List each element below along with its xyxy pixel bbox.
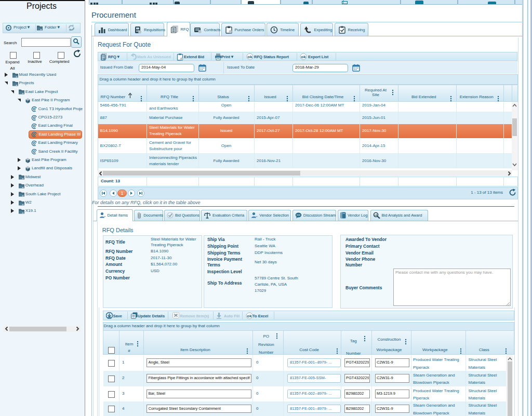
svg-text:ok: ok xyxy=(247,55,252,59)
svg-text:ok: ok xyxy=(301,55,307,59)
svg-text:ok: ok xyxy=(374,213,378,217)
svg-text:ok: ok xyxy=(247,314,252,318)
